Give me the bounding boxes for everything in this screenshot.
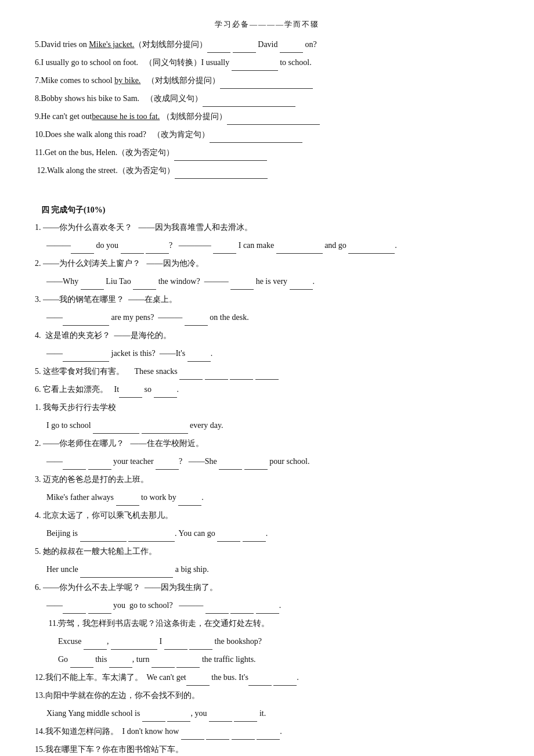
blank[interactable] [203, 96, 295, 107]
s4-item-15-cn: 15.我在哪里下车？你在市图书馆站下车。 [35, 741, 499, 756]
s4-item-6: 6. 它看上去如漂亮。 It so . [35, 381, 499, 398]
blank[interactable] [276, 243, 323, 254]
item-10: 10.Does she walk along this road? （改为肯定句… [35, 127, 499, 143]
s4-extra-5-en: Her uncle a big ship. [35, 561, 499, 578]
item-9: 9.He can't get outbecause he is too fat.… [35, 109, 499, 125]
blank[interactable] [156, 459, 179, 470]
blank[interactable] [133, 279, 156, 290]
blank[interactable] [93, 423, 139, 434]
blank[interactable] [210, 132, 302, 143]
blank[interactable] [273, 675, 297, 686]
s4-item-11-en1: Excuse , I the bookshop? [35, 633, 499, 650]
blank[interactable] [206, 729, 229, 740]
blank[interactable] [109, 657, 132, 668]
s4-item-11-en2: Go this , turn the traffic lights. [35, 651, 499, 668]
blank[interactable] [290, 279, 313, 290]
s4-item-4-cn: 4. 这是谁的夹克衫？ ——是海伦的。 [35, 327, 499, 344]
blank[interactable] [243, 531, 266, 542]
s4-item-13-en: Xiang Yang middle school is , you it. [35, 705, 499, 722]
blank[interactable] [230, 279, 254, 290]
item-5: 5.David tries on Mike's jacket.（对划线部分提问）… [35, 37, 499, 53]
s4-extra-2-en: —— your teacher ? ——She pour school. [35, 453, 499, 470]
blank[interactable] [84, 639, 107, 650]
blank[interactable] [164, 639, 187, 650]
section4-title: 四 完成句子(10%) [35, 203, 499, 217]
blank[interactable] [154, 387, 177, 398]
blank[interactable] [187, 351, 211, 362]
s4-item-13-cn: 13.向阳中学就在你的左边，你不会找不到的。 [35, 687, 499, 704]
s4-extra-4-cn: 4. 北京太远了，你可以乘飞机去那儿。 [35, 507, 499, 524]
blank[interactable] [248, 675, 272, 686]
blank[interactable] [219, 459, 242, 470]
blank[interactable] [70, 657, 93, 668]
blank[interactable] [213, 243, 236, 254]
blank[interactable] [232, 60, 278, 71]
blank[interactable] [63, 459, 86, 470]
blank[interactable] [121, 243, 144, 254]
blank[interactable] [227, 114, 320, 125]
blank[interactable] [80, 531, 127, 542]
section3-items: 5.David tries on Mike's jacket.（对划线部分提问）… [35, 37, 499, 179]
blank[interactable] [174, 150, 267, 161]
blank[interactable] [128, 531, 175, 542]
s4-item-11-cn: 11.劳驾，我怎样到书店去呢？沿这条街走，在交通灯处左转。 [35, 615, 499, 632]
blank[interactable] [257, 729, 280, 740]
blank[interactable] [119, 387, 142, 398]
s4-extra-1-cn: 1. 我每天步行行去学校 [35, 399, 499, 416]
blank[interactable] [230, 369, 253, 380]
blank[interactable] [244, 459, 268, 470]
blank[interactable] [280, 42, 303, 53]
blank[interactable] [205, 603, 229, 614]
blank[interactable] [256, 603, 279, 614]
s4-item-4-en: —— jacket is this? ——It's . [35, 345, 499, 362]
blank[interactable] [230, 603, 254, 614]
blank[interactable] [71, 243, 94, 254]
blank[interactable] [116, 495, 139, 506]
blank[interactable] [178, 495, 201, 506]
s4-item-1-cn: 1. ——你为什么喜欢冬天？ ——因为我喜堆雪人和去滑冰。 [35, 219, 499, 236]
blank[interactable] [88, 603, 111, 614]
s4-extra-2-cn: 2. ——你老师住在哪儿？ ——住在学校附近。 [35, 435, 499, 452]
item-8: 8.Bobby shows his bike to Sam. （改成同义句） [35, 91, 499, 107]
underline-9: because he is too fat. [92, 112, 160, 121]
blank[interactable] [217, 531, 240, 542]
blank[interactable] [63, 315, 109, 326]
blank[interactable] [185, 315, 208, 326]
s4-item-5: 5. 这些零食对我们有害。 These snacks [35, 363, 499, 380]
s4-item-2-cn: 2. ——为什么刘涛关上窗户？ ——因为他冷。 [35, 255, 499, 272]
blank[interactable] [167, 711, 190, 722]
blank[interactable] [181, 729, 204, 740]
blank[interactable] [234, 711, 257, 722]
blank[interactable] [146, 243, 169, 254]
blank[interactable] [255, 369, 279, 380]
blank[interactable] [63, 351, 109, 362]
blank[interactable] [348, 243, 395, 254]
blank[interactable] [220, 78, 313, 89]
blank[interactable] [205, 369, 228, 380]
blank[interactable] [81, 279, 104, 290]
s4-extra-6-en: —— you go to school? ——— . [35, 597, 499, 614]
s4-item-3-cn: 3. ——我的钢笔在哪里？ ——在桌上。 [35, 291, 499, 308]
blank[interactable] [80, 567, 173, 578]
blank[interactable] [88, 459, 111, 470]
blank[interactable] [175, 168, 268, 179]
blank[interactable] [189, 639, 212, 650]
blank[interactable] [151, 657, 175, 668]
blank[interactable] [142, 711, 165, 722]
blank[interactable] [209, 711, 232, 722]
item-6: 6.I usually go to school on foot. （同义句转换… [35, 55, 499, 71]
blank[interactable] [232, 729, 255, 740]
header: 学习必备————学而不辍 [35, 17, 499, 31]
section4: 四 完成句子(10%) 1. ——你为什么喜欢冬天？ ——因为我喜堆雪人和去滑冰… [35, 203, 499, 756]
blank[interactable] [207, 42, 230, 53]
blank[interactable] [111, 639, 157, 650]
s4-extra-5-cn: 5. 她的叔叔在一艘大轮船上工作。 [35, 543, 499, 560]
blank[interactable] [186, 675, 210, 686]
s4-item-14: 14.我不知道怎样问路。 I don't know how . [35, 723, 499, 740]
blank[interactable] [176, 657, 200, 668]
s4-item-1-en: ——— do you ? ———— I can make and go . [35, 237, 499, 254]
blank[interactable] [179, 369, 203, 380]
blank[interactable] [63, 603, 86, 614]
blank[interactable] [233, 42, 256, 53]
blank[interactable] [142, 423, 188, 434]
